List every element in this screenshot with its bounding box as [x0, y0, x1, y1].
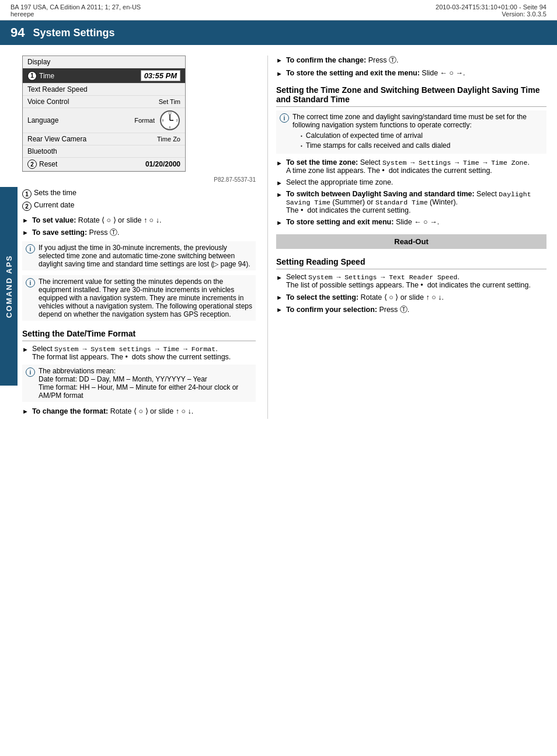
- arrow-store-exit: ► To store the setting and exit the menu…: [276, 69, 546, 77]
- arrow-select-setting: ► To select the setting: Rotate ⟨ ○ ⟩ or…: [276, 293, 546, 301]
- arrow-select-timezone: ► Select the appropriate time zone.: [276, 178, 546, 186]
- clock-icon: 12 3 6 9: [159, 110, 180, 131]
- numbered-item-1: 1 Sets the time: [22, 189, 256, 199]
- section-reading-speed-heading: Setting Reading Speed: [276, 257, 546, 269]
- info-icon-4: i: [280, 113, 289, 123]
- section-date-time-heading: Setting the Date/Time Format: [22, 329, 256, 341]
- right-column: ► To confirm the change: Press Ⓣ. ► To s…: [267, 56, 546, 419]
- menu-item-language: Language Format 12 3 6 9: [23, 108, 185, 133]
- info-icon-2: i: [26, 278, 35, 287]
- info-icon-1: i: [26, 244, 35, 254]
- arrow-icon-12: ►: [276, 294, 283, 301]
- menu-item-time: 1 Time 03:55 PM: [23, 68, 185, 84]
- arrow-set-timezone: ► To set the time zone: Select System → …: [276, 158, 546, 175]
- circle-1: 1: [27, 71, 37, 81]
- numbered-item-2: 2 Current date: [22, 201, 256, 211]
- menu-item-text-reader: Text Reader Speed: [23, 84, 185, 96]
- meta-left: BA 197 USA, CA Edition A 2011; 1; 27, en…: [11, 4, 141, 18]
- arrow-confirm-selection: ► To confirm your selection: Press Ⓣ.: [276, 305, 546, 315]
- num-circle-2: 2: [22, 202, 32, 211]
- info-box-3: i The abbreviations mean: Date format: D…: [22, 365, 256, 402]
- menu-item-rear-camera: Rear View Camera Time Zo: [23, 133, 185, 145]
- arrow-icon-3: ►: [22, 346, 29, 353]
- menu-image: Display 1 Time 03:55 PM Text Reader Spee…: [22, 56, 186, 172]
- num-circle-1: 1: [22, 189, 32, 199]
- arrow-select-format: ► Select System → System settings → Time…: [22, 345, 256, 361]
- arrow-icon-11: ►: [276, 274, 283, 281]
- arrow-icon-5: ►: [276, 57, 283, 64]
- svg-text:6: 6: [169, 126, 171, 129]
- info-box-1: i If you adjust the time in 30-minute in…: [22, 241, 256, 271]
- arrow-icon-9: ►: [276, 191, 283, 198]
- circle-2: 2: [27, 159, 37, 169]
- arrow-confirm-change: ► To confirm the change: Press Ⓣ.: [276, 56, 546, 65]
- svg-text:9: 9: [162, 119, 164, 122]
- arrow-icon-8: ►: [276, 179, 283, 186]
- bullet-1: • Calculation of expected time of arriva…: [301, 131, 543, 140]
- page-title: System Settings: [33, 27, 114, 39]
- bullet-2: • Time stamps for calls received and cal…: [301, 141, 543, 150]
- readout-banner: Read-Out: [276, 234, 546, 249]
- meta-right: 2010-03-24T15:31:10+01:00 - Seite 94 Ver…: [436, 4, 546, 18]
- info-box-2: i The increment value for setting the mi…: [22, 275, 256, 321]
- page-header: 94 System Settings: [0, 20, 557, 45]
- arrow-switch-dst: ► To switch between Daylight Saving and …: [276, 190, 546, 214]
- arrow-icon-6: ►: [276, 70, 283, 77]
- svg-text:3: 3: [176, 119, 178, 122]
- left-column: Display 1 Time 03:55 PM Text Reader Spee…: [22, 56, 267, 419]
- arrow-icon-1: ►: [22, 217, 29, 224]
- arrow-icon-13: ►: [276, 306, 283, 313]
- image-caption: P82.87-5537-31: [22, 176, 256, 183]
- meta-bar: BA 197 USA, CA Edition A 2011; 1; 27, en…: [0, 0, 557, 20]
- arrow-change-format: ► To change the format: Rotate ⟨ ○ ⟩ or …: [22, 407, 256, 415]
- arrow-icon-7: ►: [276, 159, 283, 167]
- time-display: 03:55 PM: [141, 70, 180, 81]
- main-content: Display 1 Time 03:55 PM Text Reader Spee…: [0, 56, 557, 419]
- info-icon-3: i: [26, 367, 35, 377]
- arrow-icon-2: ►: [22, 229, 29, 236]
- arrow-store-exit-menu: ► To store setting and exit menu: Slide …: [276, 218, 546, 226]
- arrow-save-setting: ► To save setting: Press Ⓣ.: [22, 228, 256, 238]
- arrow-select-reader-speed: ► Select System → Settings → Text Reader…: [276, 273, 546, 289]
- info-box-4: i The correct time zone and daylight sav…: [276, 110, 546, 154]
- date-display: 01/20/2000: [145, 160, 180, 168]
- menu-item-voice: Voice Control Set Tim: [23, 96, 185, 108]
- arrow-icon-10: ►: [276, 219, 283, 226]
- section-timezone-heading: Setting the Time Zone and Switching Betw…: [276, 85, 546, 107]
- page-number: 94: [11, 25, 25, 40]
- menu-item-display: Display: [23, 56, 185, 68]
- menu-item-reset: 2 Reset 01/20/2000: [23, 158, 185, 171]
- arrow-set-value: ► To set value: Rotate ⟨ ○ ⟩ or slide ↑ …: [22, 216, 256, 224]
- menu-item-bluetooth: Bluetooth: [23, 145, 185, 158]
- arrow-icon-4: ►: [22, 408, 29, 415]
